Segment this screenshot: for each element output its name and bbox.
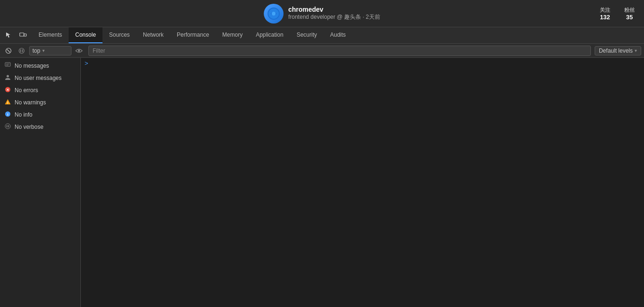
pause-on-exceptions-icon[interactable] <box>16 45 27 56</box>
svg-rect-4 <box>24 34 26 36</box>
sidebar-item-info[interactable]: i No info <box>0 109 80 121</box>
sidebar-item-warnings[interactable]: ! No warnings <box>0 96 80 109</box>
svg-text:!: ! <box>7 101 8 104</box>
user-profile: chromedev frontend developer @ 趣头条 · 2天前 <box>264 4 380 24</box>
stat-followers-value: 关注 <box>600 7 610 14</box>
sidebar-warnings-label: No warnings <box>15 99 46 106</box>
user-icon <box>5 74 11 82</box>
log-levels-dropdown-icon: ▾ <box>635 48 637 53</box>
tab-console[interactable]: Console <box>69 27 102 43</box>
info-icon: i <box>5 111 11 118</box>
warning-icon: ! <box>5 99 11 106</box>
stat-fans-count: 35 <box>624 14 635 21</box>
tab-security[interactable]: Security <box>290 27 323 43</box>
main-area: No messages No user messages ✕ No errors <box>0 58 644 307</box>
console-output[interactable]: > <box>81 58 644 307</box>
context-selector[interactable]: top ▾ <box>29 46 71 55</box>
eye-icon[interactable] <box>73 45 85 56</box>
svg-rect-3 <box>20 33 24 36</box>
sidebar-item-verbose[interactable]: No verbose <box>0 121 80 133</box>
tab-network[interactable]: Network <box>136 27 170 43</box>
context-dropdown-icon: ▾ <box>42 48 45 53</box>
log-levels-label: Default levels <box>599 47 633 54</box>
sidebar-user-messages-label: No user messages <box>15 75 62 81</box>
stat-followers-count: 132 <box>600 14 610 21</box>
tab-performance[interactable]: Performance <box>170 27 216 43</box>
tab-elements[interactable]: Elements <box>32 27 69 43</box>
verbose-icon <box>5 123 11 131</box>
svg-rect-22 <box>7 125 8 127</box>
sidebar-info-label: No info <box>15 111 32 118</box>
svg-point-21 <box>5 124 10 129</box>
console-sidebar: No messages No user messages ✕ No errors <box>0 58 81 307</box>
stat-fans-label: 粉丝 <box>624 7 635 14</box>
svg-point-14 <box>7 75 9 78</box>
error-icon: ✕ <box>5 87 11 94</box>
filter-input[interactable] <box>93 47 587 54</box>
svg-rect-23 <box>8 125 9 127</box>
stat-followers: 关注 132 <box>600 7 610 21</box>
prompt-symbol: > <box>85 60 88 67</box>
tab-sources[interactable]: Sources <box>102 27 136 43</box>
avatar <box>264 4 283 24</box>
user-subtitle: frontend developer @ 趣头条 · 2天前 <box>288 13 380 21</box>
profile-stats: 关注 132 粉丝 35 <box>600 7 635 21</box>
sidebar-messages-label: No messages <box>15 63 49 69</box>
devtools-icons-left <box>0 27 32 43</box>
inspect-element-icon[interactable] <box>3 29 15 41</box>
console-prompt: > <box>81 58 644 69</box>
device-toolbar-icon[interactable] <box>17 29 29 41</box>
sidebar-item-user-messages[interactable]: No user messages <box>0 72 80 84</box>
console-toolbar: top ▾ Default levels ▾ <box>0 44 644 58</box>
svg-point-2 <box>272 12 275 16</box>
svg-text:✕: ✕ <box>6 88 9 92</box>
context-value: top <box>32 47 40 54</box>
sidebar-verbose-label: No verbose <box>15 124 43 130</box>
sidebar-item-errors[interactable]: ✕ No errors <box>0 84 80 96</box>
log-levels-button[interactable]: Default levels ▾ <box>595 46 641 55</box>
svg-line-6 <box>7 49 10 52</box>
tab-memory[interactable]: Memory <box>216 27 249 43</box>
tab-application[interactable]: Application <box>249 27 290 43</box>
stat-fans: 粉丝 35 <box>624 7 635 21</box>
svg-text:i: i <box>7 112 8 117</box>
user-info: chromedev frontend developer @ 趣头条 · 2天前 <box>288 6 380 21</box>
filter-input-wrap <box>88 46 591 56</box>
devtools-tab-bar: Elements Console Sources Network Perform… <box>0 27 644 44</box>
sidebar-errors-label: No errors <box>15 87 38 94</box>
top-bar: chromedev frontend developer @ 趣头条 · 2天前… <box>0 0 644 27</box>
svg-point-7 <box>19 48 24 53</box>
sidebar-item-messages[interactable]: No messages <box>0 60 80 72</box>
username: chromedev <box>288 6 380 13</box>
tab-audits[interactable]: Audits <box>323 27 352 43</box>
clear-console-icon[interactable] <box>3 45 14 56</box>
svg-rect-11 <box>5 63 10 66</box>
messages-icon <box>5 62 11 70</box>
svg-point-10 <box>78 49 80 51</box>
